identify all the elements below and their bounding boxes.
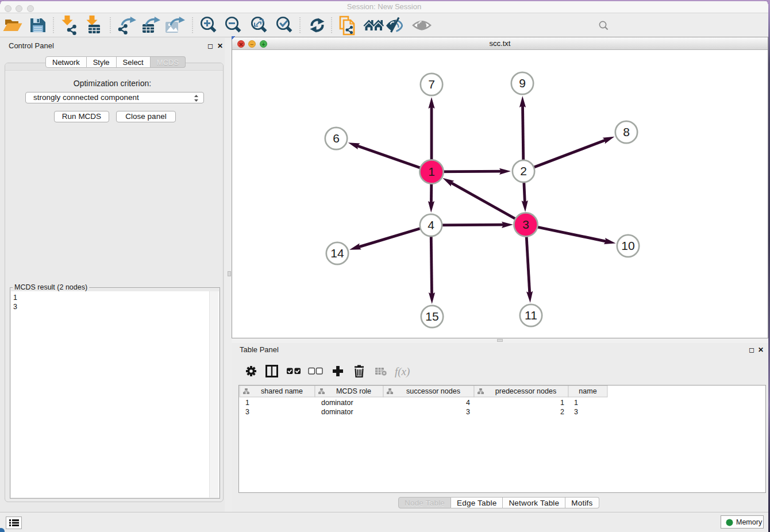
svg-text:successor nodes: successor nodes xyxy=(406,387,460,395)
svg-text:11: 11 xyxy=(525,309,537,322)
svg-text:name: name xyxy=(579,387,596,395)
svg-text:8: 8 xyxy=(623,125,630,138)
svg-text:4: 4 xyxy=(466,399,470,407)
svg-text:1: 1 xyxy=(574,399,578,407)
svg-text:1: 1 xyxy=(560,399,564,407)
svg-text:1: 1 xyxy=(428,165,435,178)
svg-text:6: 6 xyxy=(333,132,340,145)
svg-text:predecessor nodes: predecessor nodes xyxy=(495,387,556,395)
svg-text:3: 3 xyxy=(245,408,249,416)
svg-text:7: 7 xyxy=(428,78,435,91)
svg-text:f(x): f(x) xyxy=(395,365,410,378)
svg-text:15: 15 xyxy=(425,310,438,323)
svg-text:3: 3 xyxy=(466,408,470,416)
svg-text:9: 9 xyxy=(519,76,526,90)
svg-text:2: 2 xyxy=(560,408,564,416)
svg-text:3: 3 xyxy=(574,408,578,416)
svg-text:shared name: shared name xyxy=(261,387,303,395)
svg-text:10: 10 xyxy=(621,239,634,252)
svg-text:1: 1 xyxy=(245,399,249,407)
svg-text:4: 4 xyxy=(428,218,434,232)
svg-text:dominator: dominator xyxy=(321,408,353,416)
svg-text:2: 2 xyxy=(520,164,527,178)
svg-text:dominator: dominator xyxy=(321,399,353,407)
svg-text:3: 3 xyxy=(522,218,529,231)
svg-text:MCDS role: MCDS role xyxy=(336,387,371,395)
svg-text:14: 14 xyxy=(330,246,344,260)
